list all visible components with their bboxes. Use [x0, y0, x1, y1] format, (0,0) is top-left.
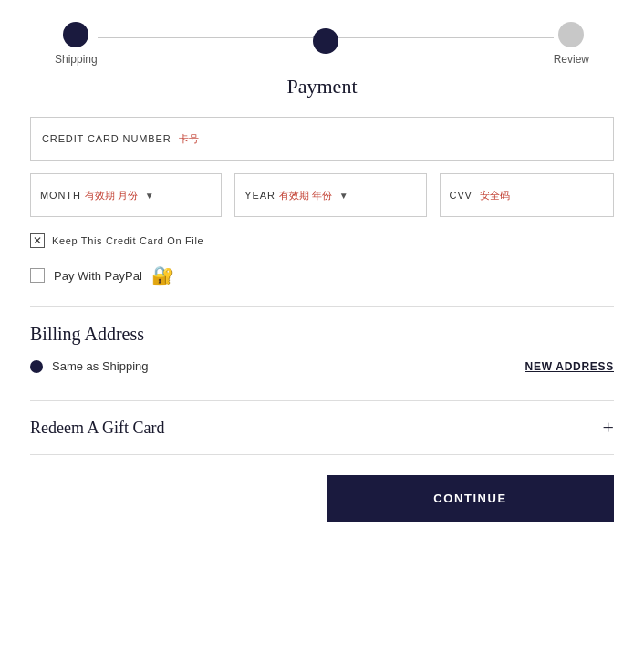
billing-options-row: Same as Shipping NEW ADDRESS [30, 359, 614, 373]
progress-line-2 [338, 37, 554, 38]
continue-button[interactable]: CONTINUE [327, 475, 614, 522]
step-payment [313, 28, 338, 59]
check-x-icon: ✕ [33, 235, 42, 246]
cvv-field[interactable]: CVV 安全码 [440, 173, 614, 217]
new-address-link[interactable]: NEW ADDRESS [525, 360, 614, 373]
credit-card-label: CREDIT CARD NUMBER [42, 133, 171, 144]
step-label-shipping: Shipping [55, 53, 98, 66]
step-shipping: Shipping [55, 22, 98, 66]
card-expiry-row: MONTH 有效期 月份 ▼ 01020304 05060708 0910111… [30, 173, 614, 217]
keep-card-row[interactable]: ✕ Keep This Credit Card On File [30, 233, 614, 248]
same-as-shipping-label: Same as Shipping [52, 359, 149, 373]
cvv-label: CVV [450, 190, 473, 201]
progress-bar: Shipping Review [0, 0, 644, 80]
cvv-label-cn: 安全码 [480, 189, 510, 202]
plus-icon[interactable]: + [603, 418, 614, 438]
step-review: Review [554, 22, 589, 66]
step-label-review: Review [554, 53, 589, 66]
year-select-wrapper[interactable]: YEAR 有效期 年份 ▼ 20242025202620272028 [234, 173, 426, 217]
paypal-row[interactable]: Pay With PayPal 🔐 [30, 264, 614, 286]
redeem-gift-card-label: Redeem A Gift Card [30, 419, 164, 438]
redeem-gift-card-row[interactable]: Redeem A Gift Card + [30, 401, 614, 455]
keep-card-label: Keep This Credit Card On File [52, 235, 203, 246]
step-circle-payment [313, 28, 338, 54]
billing-address-title: Billing Address [30, 324, 614, 345]
step-circle-review [558, 22, 584, 47]
paypal-checkbox[interactable] [30, 268, 45, 283]
step-circle-shipping [63, 22, 88, 47]
progress-line-1 [98, 37, 313, 38]
divider-1 [30, 306, 614, 307]
credit-card-label-cn: 卡号 [179, 132, 199, 146]
continue-btn-wrapper: CONTINUE [30, 475, 614, 522]
credit-card-number-field[interactable]: CREDIT CARD NUMBER 卡号 [30, 117, 614, 161]
main-content: CREDIT CARD NUMBER 卡号 MONTH 有效期 月份 ▼ 010… [0, 117, 644, 522]
paypal-lock-icon: 🔐 [151, 264, 174, 286]
paypal-label: Pay With PayPal [54, 269, 142, 283]
keep-card-checkbox[interactable]: ✕ [30, 233, 45, 248]
credit-card-input[interactable] [199, 132, 602, 146]
billing-left: Same as Shipping [30, 359, 149, 373]
month-select-wrapper[interactable]: MONTH 有效期 月份 ▼ 01020304 05060708 0910111… [30, 173, 222, 217]
same-as-shipping-radio[interactable] [30, 360, 43, 373]
